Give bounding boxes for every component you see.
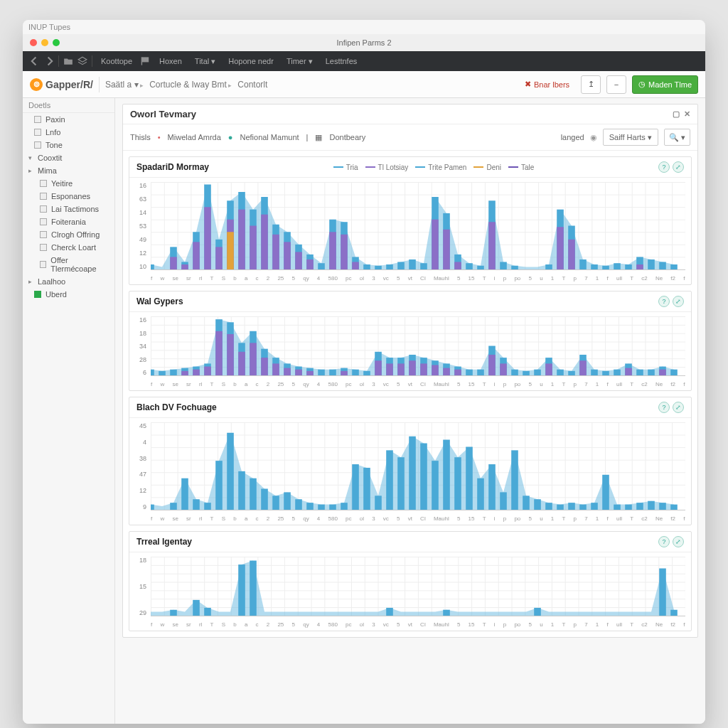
sub-tab[interactable]: Nefional Mamunt xyxy=(240,133,299,141)
doc-icon xyxy=(40,244,47,251)
doc-icon xyxy=(34,116,41,123)
chart-tools: ?⤢ xyxy=(658,402,684,413)
sidebar-item-label: Mima xyxy=(38,166,57,175)
chart-plot[interactable] xyxy=(151,316,685,376)
badge-label: langed xyxy=(561,133,584,141)
chart-1: Wal Gypers?⤢161834286fwsesrrlTSbac2255qy… xyxy=(129,291,692,391)
app-window: INUP Tupes Infipen Parms 2 Koottope Hoxe… xyxy=(23,20,705,724)
menu-item[interactable]: Hoxen xyxy=(155,55,186,67)
menu-item[interactable]: Timer ▾ xyxy=(282,55,317,68)
chart-tools: ?⤢ xyxy=(658,161,684,173)
sidebar-item[interactable]: Clrogh Offring xyxy=(23,228,114,241)
panel-title: Oworl Tevmary xyxy=(130,109,196,119)
svg-rect-0 xyxy=(141,57,149,62)
help-icon[interactable]: ? xyxy=(658,402,670,413)
sub-tab[interactable]: Dontbeary xyxy=(329,133,365,141)
main-content: Oworl Tevmary ▢ ✕ Thisls • Miwelad Amrda… xyxy=(115,98,705,724)
breadcrumb: Contorlt xyxy=(237,80,267,90)
doc-icon xyxy=(34,141,41,149)
chart-title: Wal Gypers xyxy=(136,296,183,306)
doc-icon xyxy=(40,205,47,213)
minus-button[interactable]: − xyxy=(606,75,626,94)
expand-icon[interactable]: ⤢ xyxy=(673,296,684,307)
user-icon xyxy=(34,291,41,298)
header: ⊚ Gapper/R/ Saätl a ▾ Cortucle & Iway Bm… xyxy=(23,71,705,98)
sidebar-item[interactable]: Esponanes xyxy=(23,190,114,203)
sub-tab[interactable]: Miwelad Amrda xyxy=(168,133,221,141)
folder-icon[interactable] xyxy=(63,56,73,66)
sort-dropdown[interactable]: Saiff Harts ▾ xyxy=(603,129,658,146)
sidebar: Doetls PaxinLnfoToneCooxtitMimaYeitireEs… xyxy=(23,98,115,724)
sidebar-item-label: Lnfo xyxy=(46,128,60,136)
sidebar-item-label: Laalhoo xyxy=(38,277,65,286)
sidebar-item[interactable]: Mima xyxy=(23,164,114,177)
sidebar-item[interactable]: Uberd xyxy=(23,288,114,301)
sidebar-item[interactable]: Cooxtit xyxy=(23,151,114,164)
breadcrumb[interactable]: Saätl a ▾ xyxy=(105,80,144,90)
expand-icon[interactable]: ⤢ xyxy=(673,536,684,547)
help-icon[interactable]: ? xyxy=(658,536,670,547)
sidebar-item[interactable]: Yeitire xyxy=(23,177,114,190)
flag-icon[interactable] xyxy=(141,56,151,66)
sidebar-item[interactable]: Foiterania xyxy=(23,215,114,228)
chart-2: Blach DV Fochuage?⤢4543847129fwsesrrlTSb… xyxy=(129,397,692,525)
y-axis: 181529 xyxy=(132,557,146,616)
breadcrumb[interactable]: Cortucle & Iway Bmt xyxy=(149,80,232,90)
back-icon[interactable] xyxy=(30,56,40,66)
upload-button[interactable]: ↥ xyxy=(581,75,601,94)
menu-item[interactable]: Tital ▾ xyxy=(191,55,220,68)
sidebar-item-label: Yeitire xyxy=(51,179,73,188)
close-panel-icon[interactable]: ✕ xyxy=(684,109,690,119)
sub-tab[interactable]: Thisls xyxy=(130,133,151,141)
sidebar-item[interactable]: Paxin xyxy=(23,113,114,126)
menu-item[interactable]: Hopone nedr xyxy=(224,55,278,67)
primary-cta-button[interactable]: ◷ Maden Tlme xyxy=(632,75,698,94)
expand-icon[interactable]: ⤢ xyxy=(673,161,684,173)
chart-plot[interactable] xyxy=(151,557,685,616)
menu-item[interactable]: Koottope xyxy=(97,55,136,67)
sidebar-item[interactable]: Tone xyxy=(23,139,114,151)
legend-item: Tl Lotsiay xyxy=(365,164,409,171)
zoom-icon[interactable] xyxy=(53,39,60,46)
doc-icon xyxy=(40,180,47,187)
chart-title: Blach DV Fochuage xyxy=(136,402,217,412)
y-axis: 161834286 xyxy=(132,316,146,376)
sidebar-item-label: Lai Tactimons xyxy=(51,205,99,213)
minimize-icon[interactable] xyxy=(41,39,48,46)
chart-plot[interactable] xyxy=(151,422,685,510)
doc-icon xyxy=(34,129,41,136)
sidebar-item-label: Tone xyxy=(46,141,63,149)
help-icon[interactable]: ? xyxy=(658,296,670,307)
sidebar-item[interactable]: Laalhoo xyxy=(23,275,114,288)
cta-label: Maden Tlme xyxy=(648,80,692,89)
x-axis: fwsesrrlTSbac2255qy4580pcol3vc5vtClMauhl… xyxy=(151,275,685,282)
stack-icon[interactable] xyxy=(77,56,87,66)
sidebar-item-label: Cooxtit xyxy=(38,154,62,162)
app-logo[interactable]: ⊚ Gapper/R/ xyxy=(30,78,93,91)
collapse-icon[interactable]: ▢ xyxy=(673,109,680,119)
sidebar-item[interactable]: Lai Tactimons xyxy=(23,203,114,215)
doc-icon xyxy=(40,231,47,238)
forward-icon[interactable] xyxy=(44,56,54,66)
logo-text: Gapper/R/ xyxy=(46,79,93,90)
delete-label: Bnar lbers xyxy=(534,80,569,89)
chart-title: SpadariD Mormay xyxy=(136,162,209,172)
clock-icon: ◷ xyxy=(638,80,646,89)
doc-icon xyxy=(40,193,47,200)
menu-item[interactable]: Lesttnfes xyxy=(321,55,362,67)
sidebar-item-label: Cherck Loart xyxy=(51,243,96,252)
y-axis: 4543847129 xyxy=(132,422,146,510)
sidebar-item-label: Paxin xyxy=(46,115,65,124)
close-icon[interactable] xyxy=(30,39,37,46)
sidebar-item[interactable]: Offer Tlermécoape xyxy=(23,254,114,275)
x-axis: fwsesrrlTSbac2255qy4580pcol3vc5vtClMauhl… xyxy=(151,381,685,387)
sidebar-item-label: Offer Tlermécoape xyxy=(50,256,110,273)
search-button[interactable]: 🔍 ▾ xyxy=(664,129,690,146)
sidebar-item[interactable]: Cherck Loart xyxy=(23,241,114,254)
delete-button[interactable]: ✖ Bnar lbers xyxy=(519,75,575,94)
chart-plot[interactable] xyxy=(151,182,685,270)
help-icon[interactable]: ? xyxy=(658,161,670,173)
sidebar-header: Doetls xyxy=(23,98,114,113)
sidebar-item[interactable]: Lnfo xyxy=(23,126,114,139)
expand-icon[interactable]: ⤢ xyxy=(673,402,684,413)
